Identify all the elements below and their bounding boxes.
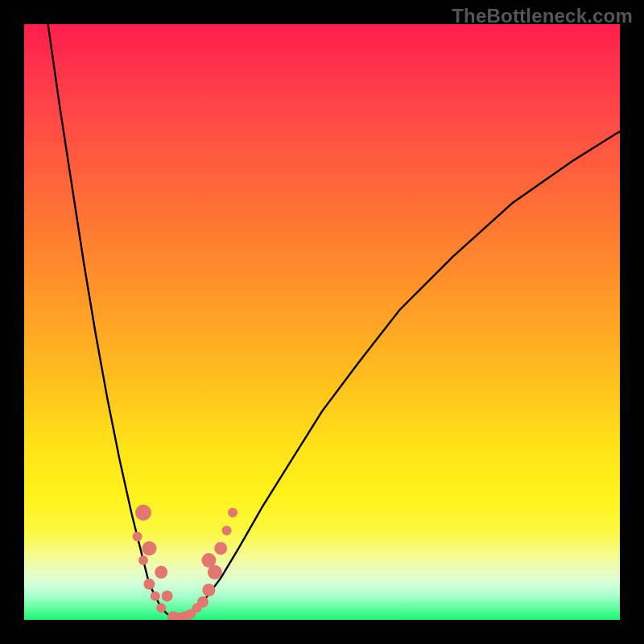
marker-layer [133,505,237,620]
chart-overlay [24,24,620,620]
data-point [151,591,160,601]
curve-layer [48,24,620,618]
data-point [156,603,166,613]
data-point [133,531,142,541]
bottleneck-curve [48,24,620,618]
data-point [202,584,215,597]
data-point [208,565,222,580]
data-point [162,590,173,601]
data-point [138,555,148,565]
data-point [143,579,155,590]
data-point [222,526,232,535]
data-point [135,505,151,521]
data-point [214,542,227,555]
data-point [197,597,208,608]
data-point [228,508,237,518]
data-point [142,541,156,555]
data-point [155,566,167,579]
watermark-label: TheBottleneck.com [452,5,633,27]
